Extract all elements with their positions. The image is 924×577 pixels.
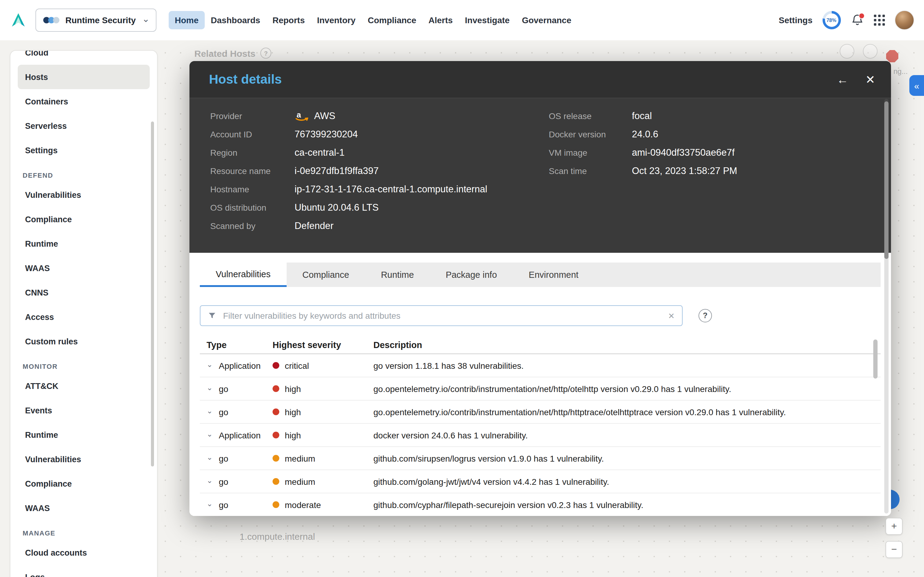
sidebar-item[interactable]: Logs bbox=[18, 565, 150, 577]
close-icon[interactable]: ✕ bbox=[865, 74, 875, 85]
sidebar-item[interactable]: Runtime bbox=[18, 231, 150, 256]
vulnerability-row[interactable]: ⌄ go high go.opentelemetry.io/contrib/in… bbox=[200, 377, 880, 401]
severity-cell: medium bbox=[273, 477, 373, 486]
tab-label: Compliance bbox=[302, 270, 349, 280]
sidebar-item[interactable]: Compliance bbox=[18, 471, 150, 496]
severity-cell: high bbox=[273, 407, 373, 417]
filter-help-button[interactable]: ? bbox=[698, 309, 712, 322]
info-value: Oct 23, 2023 1:58:27 PM bbox=[632, 166, 737, 176]
table-scrollbar[interactable] bbox=[873, 340, 877, 379]
nav-item[interactable]: Inventory bbox=[311, 11, 362, 29]
vulnerability-filter[interactable]: ✕ bbox=[200, 305, 683, 326]
sidebar-item-label: Vulnerabilities bbox=[25, 455, 81, 464]
sidebar-item-label: Hosts bbox=[25, 73, 48, 82]
sidebar-item[interactable]: Serverless bbox=[18, 114, 150, 138]
aws-logo-icon: a bbox=[294, 110, 309, 122]
modal-scrollbar[interactable] bbox=[884, 102, 888, 259]
tab[interactable]: Vulnerabilities bbox=[200, 263, 286, 287]
vulnerability-row[interactable]: ⌄ go medium github.com/golang-jwt/jwt/v4… bbox=[200, 470, 880, 493]
row-expand-chevron-icon[interactable]: ⌄ bbox=[207, 361, 214, 368]
sidebar-item[interactable]: Cloud bbox=[18, 50, 150, 65]
info-label: Scan time bbox=[549, 166, 632, 176]
sidebar-item[interactable]: Settings bbox=[18, 138, 150, 163]
apps-grid-icon[interactable] bbox=[874, 15, 885, 26]
vulnerability-row[interactable]: ⌄ Application high docker version 24.0.6… bbox=[200, 424, 880, 447]
severity-cell: moderate bbox=[273, 500, 373, 509]
nav-item[interactable]: Home bbox=[169, 11, 205, 29]
sidebar-scrollbar[interactable] bbox=[151, 121, 154, 466]
back-icon[interactable]: ← bbox=[837, 74, 848, 85]
zoom-in-button[interactable]: + bbox=[885, 518, 903, 535]
filter-input[interactable] bbox=[222, 310, 662, 321]
sidebar-item[interactable]: ATT&CK bbox=[18, 374, 150, 398]
sidebar-item[interactable]: Hosts bbox=[18, 65, 150, 89]
tab[interactable]: Environment bbox=[513, 263, 594, 287]
severity-dot bbox=[273, 362, 279, 369]
tab-label: Runtime bbox=[381, 270, 414, 280]
info-value: 767399230204 bbox=[294, 129, 358, 140]
tab[interactable]: Runtime bbox=[365, 263, 430, 287]
type-cell: ⌄ Application bbox=[200, 361, 273, 370]
info-row: OS distribution Ubuntu 20.04.6 LTS bbox=[210, 198, 549, 217]
sidebar-item-label: Containers bbox=[25, 97, 68, 106]
sidebar-item[interactable]: Compliance bbox=[18, 207, 150, 231]
user-avatar[interactable] bbox=[895, 10, 914, 30]
row-expand-chevron-icon[interactable]: ⌄ bbox=[207, 477, 214, 484]
sidebar-item[interactable]: Vulnerabilities bbox=[18, 447, 150, 471]
nav-item[interactable]: Compliance bbox=[362, 11, 423, 29]
provider-name: AWS bbox=[314, 111, 335, 121]
sidebar-item[interactable]: Cloud accounts bbox=[18, 540, 150, 565]
vulnerability-row[interactable]: ⌄ go high go.opentelemetry.io/contrib/in… bbox=[200, 401, 880, 424]
nav-item[interactable]: Reports bbox=[267, 11, 311, 29]
info-value: i-0e927dfb1f9ffa397 bbox=[294, 166, 379, 176]
sidebar-list: Cloud Hosts Containers Serverless Settin… bbox=[10, 50, 157, 577]
type-label: go bbox=[219, 500, 228, 509]
panel-collapse-button[interactable]: « bbox=[909, 75, 924, 96]
sidebar-item[interactable]: WAAS bbox=[18, 256, 150, 280]
sidebar-item-label: Cloud accounts bbox=[25, 548, 87, 557]
vulnerability-row[interactable]: ⌄ go medium github.com/sirupsen/logrus v… bbox=[200, 447, 880, 470]
row-expand-chevron-icon[interactable]: ⌄ bbox=[207, 500, 214, 507]
alert-badge-icon bbox=[886, 50, 898, 62]
sidebar-item[interactable]: Custom rules bbox=[18, 329, 150, 353]
info-value: 24.0.6 bbox=[632, 129, 658, 140]
severity-cell: medium bbox=[273, 453, 373, 463]
description-cell: docker version 24.0.6 has 1 vulnerabilit… bbox=[373, 430, 880, 440]
row-expand-chevron-icon[interactable]: ⌄ bbox=[207, 430, 214, 437]
sidebar-item[interactable]: Vulnerabilities bbox=[18, 182, 150, 207]
notifications-bell-icon[interactable] bbox=[850, 13, 864, 27]
background-circle-button bbox=[863, 44, 877, 59]
row-expand-chevron-icon[interactable]: ⌄ bbox=[207, 453, 214, 461]
sidebar-item[interactable]: Events bbox=[18, 398, 150, 422]
usage-progress-badge[interactable]: 78% bbox=[822, 11, 841, 29]
sidebar-item[interactable]: Containers bbox=[18, 89, 150, 114]
nav-item[interactable]: Governance bbox=[516, 11, 577, 29]
info-label: OS release bbox=[549, 111, 632, 121]
nav-item[interactable]: Dashboards bbox=[205, 11, 267, 29]
nav-item[interactable]: Alerts bbox=[422, 11, 459, 29]
sidebar-item-label: WAAS bbox=[25, 263, 50, 272]
tab[interactable]: Package info bbox=[430, 263, 513, 287]
sidebar-item[interactable]: CNNS bbox=[18, 280, 150, 305]
svg-text:a: a bbox=[297, 111, 301, 119]
column-header-type: Type bbox=[200, 340, 273, 350]
info-label: OS distribution bbox=[210, 203, 294, 213]
info-row: Account ID 767399230204 bbox=[210, 125, 549, 143]
vulnerability-row[interactable]: ⌄ go moderate github.com/cyphar/filepath… bbox=[200, 493, 880, 516]
row-expand-chevron-icon[interactable]: ⌄ bbox=[207, 407, 214, 414]
info-label: Scanned by bbox=[210, 221, 294, 231]
sidebar-item[interactable]: Access bbox=[18, 305, 150, 329]
clear-filter-icon[interactable]: ✕ bbox=[668, 311, 675, 320]
severity-label: high bbox=[285, 430, 301, 440]
sidebar-item[interactable]: WAAS bbox=[18, 496, 150, 520]
zoom-out-button[interactable]: − bbox=[885, 541, 903, 558]
vulnerability-row[interactable]: ⌄ Application critical go version 1.18.1… bbox=[200, 354, 880, 377]
tab[interactable]: Compliance bbox=[286, 263, 365, 287]
row-expand-chevron-icon[interactable]: ⌄ bbox=[207, 384, 214, 391]
sidebar-item[interactable]: Runtime bbox=[18, 422, 150, 447]
product-selector-dropdown[interactable]: Runtime Security ⌄ bbox=[36, 8, 157, 32]
type-cell: ⌄ go bbox=[200, 453, 273, 463]
description-cell: go.opentelemetry.io/contrib/instrumentat… bbox=[373, 407, 880, 417]
settings-link[interactable]: Settings bbox=[779, 15, 813, 25]
nav-item[interactable]: Investigate bbox=[459, 11, 516, 29]
